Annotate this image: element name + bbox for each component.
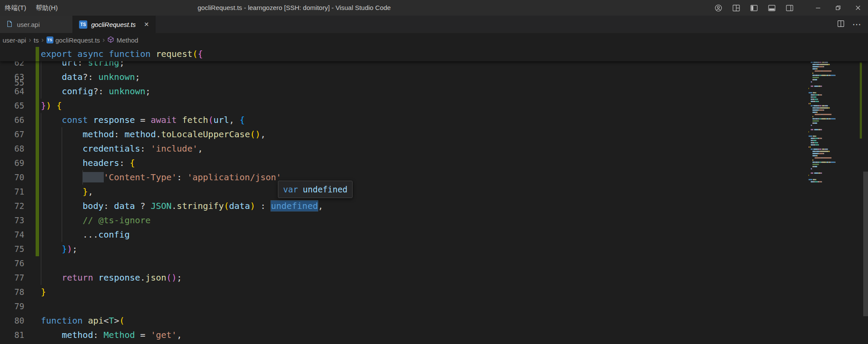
minimap-line xyxy=(809,81,849,83)
code-line-text[interactable]: method: method.toLocaleUpperCase(), xyxy=(41,127,266,142)
line-number[interactable]: 78 xyxy=(0,285,24,299)
line-number[interactable]: 67 xyxy=(0,127,24,142)
code-line-text[interactable]: data?: unknown; xyxy=(41,70,140,84)
code-line-text[interactable]: credentials: 'include', xyxy=(41,142,203,156)
minimap-line xyxy=(809,118,849,119)
vertical-scrollbar[interactable] xyxy=(863,172,868,316)
code-line-text[interactable]: method: Method = 'get', xyxy=(41,328,182,342)
code-line-text[interactable]: function api<T>( xyxy=(41,314,125,328)
git-added-indicator xyxy=(36,156,39,170)
minimap-line xyxy=(809,157,849,159)
breadcrumb-item-folder[interactable]: user-api xyxy=(3,36,26,44)
code-line-78[interactable]: 78} xyxy=(0,285,868,299)
minimap-line xyxy=(809,131,849,132)
line-number[interactable]: 71 xyxy=(0,185,24,199)
breadcrumb: user-api › ts › TS gocliRequest.ts › Met… xyxy=(0,33,868,47)
code-line-79[interactable]: 79 xyxy=(0,299,868,314)
line-number[interactable]: 73 xyxy=(0,213,24,228)
code-line-74[interactable]: 74 ...config xyxy=(0,228,868,242)
code-line-text[interactable]: headers: { xyxy=(41,156,135,170)
tab-gocliRequest[interactable]: TS gocliRequest.ts ✕ xyxy=(73,16,155,33)
code-line-text[interactable]: body: data ? JSON.stringify(data) : unde… xyxy=(41,199,323,213)
menu-terminal[interactable]: 终端(T) xyxy=(0,0,31,16)
code-line-text[interactable]: config?: unknown; xyxy=(41,84,151,99)
restore-button[interactable] xyxy=(828,0,848,16)
minimap-line xyxy=(809,125,849,126)
line-number[interactable]: 80 xyxy=(0,314,24,328)
code-line-73[interactable]: 73 // @ts-ignore xyxy=(0,213,868,228)
minimap-line xyxy=(809,90,849,91)
code-line-text[interactable]: const response = await fetch(url, { xyxy=(41,113,245,127)
code-line-81[interactable]: 81 method: Method = 'get', xyxy=(0,328,868,342)
line-number[interactable]: 79 xyxy=(0,299,24,314)
toggle-primary-sidebar-icon[interactable] xyxy=(750,4,758,12)
sticky-scroll-line[interactable]: 55 export async function request({ xyxy=(0,47,868,61)
code-line-text[interactable]: }) { xyxy=(41,99,62,113)
line-number: 55 xyxy=(0,76,24,90)
line-number[interactable]: 76 xyxy=(0,256,24,271)
toggle-panel-icon[interactable] xyxy=(768,4,776,12)
code-line-text[interactable]: ...config xyxy=(41,228,130,242)
code-line-71[interactable]: 71 }, xyxy=(0,185,868,199)
code-line-text[interactable]: 'Content-Type': 'application/json' xyxy=(41,170,281,185)
minimap-line xyxy=(809,133,849,135)
line-number[interactable]: 77 xyxy=(0,271,24,285)
git-added-indicator xyxy=(36,84,39,99)
customize-layout-icon[interactable] xyxy=(733,4,740,12)
code-line-77[interactable]: 77 return response.json(); xyxy=(0,271,868,285)
tab-user-api[interactable]: user.api xyxy=(0,16,73,33)
minimap-line xyxy=(809,168,849,169)
minimap-line xyxy=(809,75,849,76)
minimap-line xyxy=(809,155,849,156)
toggle-secondary-sidebar-icon[interactable] xyxy=(786,4,793,12)
code-line-66[interactable]: 66 const response = await fetch(url, { xyxy=(0,113,868,127)
code-editor[interactable]: 62 url: string;63 data?: unknown;64 conf… xyxy=(0,47,868,344)
code-line-67[interactable]: 67 method: method.toLocaleUpperCase(), xyxy=(0,127,868,142)
line-number[interactable]: 81 xyxy=(0,328,24,342)
code-line-70[interactable]: 70 'Content-Type': 'application/json' xyxy=(0,170,868,185)
minimap-line xyxy=(809,114,849,115)
line-number[interactable]: 74 xyxy=(0,228,24,242)
more-actions-icon[interactable]: ⋯ xyxy=(852,20,861,29)
line-number[interactable]: 69 xyxy=(0,156,24,170)
line-number[interactable]: 68 xyxy=(0,142,24,156)
code-line-text[interactable]: } xyxy=(41,285,46,299)
minimize-button[interactable] xyxy=(808,0,828,16)
minimap[interactable] xyxy=(809,53,849,183)
code-line-80[interactable]: 80function api<T>( xyxy=(0,314,868,328)
code-line-text[interactable]: }, xyxy=(41,185,93,199)
code-line-64[interactable]: 64 config?: unknown; xyxy=(0,84,868,99)
code-line-text[interactable]: // @ts-ignore xyxy=(41,213,151,228)
code-line-68[interactable]: 68 credentials: 'include', xyxy=(0,142,868,156)
code-line-72[interactable]: 72 body: data ? JSON.stringify(data) : u… xyxy=(0,199,868,213)
code-line-65[interactable]: 65}) { xyxy=(0,99,868,113)
tooltip-identifier: undefined xyxy=(303,185,347,194)
account-icon[interactable] xyxy=(715,4,722,12)
ts-file-icon: TS xyxy=(79,20,87,29)
line-number[interactable]: 70 xyxy=(0,170,24,185)
code-line-text[interactable]: }); xyxy=(41,242,77,256)
code-line-76[interactable]: 76 xyxy=(0,256,868,271)
code-line-75[interactable]: 75 }); xyxy=(0,242,868,256)
close-button[interactable] xyxy=(848,0,868,16)
minimap-line xyxy=(809,116,849,117)
split-editor-icon[interactable] xyxy=(837,20,845,29)
tab-close-icon[interactable]: ✕ xyxy=(144,21,149,27)
minimap-line xyxy=(809,83,849,85)
minimap-line xyxy=(809,122,849,124)
code-line-63[interactable]: 63 data?: unknown; xyxy=(0,70,868,84)
code-line-69[interactable]: 69 headers: { xyxy=(0,156,868,170)
line-number[interactable]: 72 xyxy=(0,199,24,213)
breadcrumb-item-symbol[interactable]: Method xyxy=(107,36,138,44)
minimap-line xyxy=(809,142,849,143)
line-number[interactable]: 75 xyxy=(0,242,24,256)
minimap-line xyxy=(809,73,849,74)
git-added-indicator xyxy=(36,199,39,213)
breadcrumb-item-file[interactable]: TS gocliRequest.ts xyxy=(46,36,100,44)
menu-help[interactable]: 帮助(H) xyxy=(31,0,63,16)
git-added-indicator xyxy=(36,228,39,242)
code-line-text[interactable]: return response.json(); xyxy=(41,271,182,285)
minimap-line xyxy=(809,146,849,148)
git-added-indicator xyxy=(36,99,39,113)
breadcrumb-item-ts-folder[interactable]: ts xyxy=(34,36,39,44)
